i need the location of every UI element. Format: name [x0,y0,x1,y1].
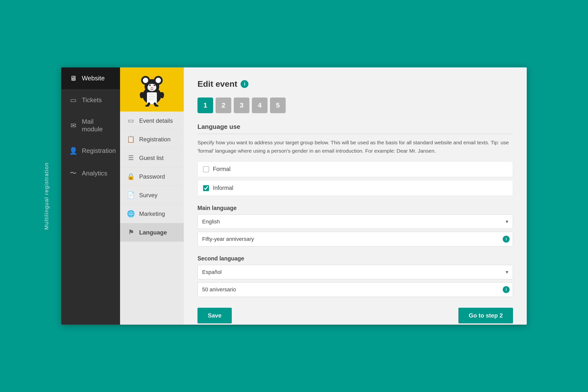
actions-row: Save Go to step 2 [198,308,513,324]
step-2[interactable]: 2 [216,98,231,113]
language-icon: ⚑ [127,228,135,236]
password-icon: 🔒 [127,173,135,180]
main-language-name-wrapper: i [198,232,513,246]
nav-label-event-details: Event details [139,117,173,124]
formal-checkbox[interactable] [203,166,209,172]
page-title: Edit event [198,79,237,89]
second-language-section: Second language Español Nederlands Deuts… [198,255,513,297]
svg-point-10 [154,84,155,86]
sidebar-item-analytics[interactable]: 〜 Analytics [61,162,120,185]
nav-language[interactable]: ⚑ Language [120,223,184,242]
sidebar-label-tickets: Tickets [82,96,102,104]
nav-event-details[interactable]: ▭ Event details [120,112,184,130]
steps-row: 1 2 3 4 5 [198,98,513,113]
save-button[interactable]: Save [198,308,232,324]
sidebar-label-mail: Mail module [82,118,112,133]
step-3[interactable]: 3 [234,98,250,113]
event-details-icon: ▭ [127,117,135,124]
nav-label-survey: Survey [139,192,158,199]
sidebar-label-website: Website [82,74,104,82]
nav-guest-list[interactable]: ☰ Guest list [120,149,184,167]
sidebar-label-analytics: Analytics [82,170,107,177]
registration-icon: 👤 [69,147,78,155]
website-icon: 🖥 [69,74,78,82]
sidebar-item-tickets[interactable]: ▭ Tickets [61,89,120,111]
sidebar-item-mail-module[interactable]: ✉ Mail module [61,111,120,140]
sidebar-label-registration: Registration [82,147,116,154]
main-language-select-wrapper: English Nederlands Deutsch Français ▼ [198,214,513,229]
main-language-name-input[interactable] [198,232,513,246]
second-language-select[interactable]: Español Nederlands Deutsch Français [198,265,513,279]
mascot-image [135,72,169,106]
page-header: Edit event i [198,79,513,89]
main-language-section: Main language English Nederlands Deutsch… [198,205,513,246]
title-info-icon[interactable]: i [240,80,248,88]
svg-point-3 [143,78,148,83]
marketing-icon: 🌐 [127,210,135,218]
nav-registration[interactable]: 📋 Registration [120,130,184,149]
survey-icon: 📄 [127,191,135,199]
next-step-button[interactable]: Go to step 2 [458,308,513,324]
primary-sidebar: 🖥 Website ▭ Tickets ✉ Mail module 👤 Regi… [61,68,120,324]
nav-password[interactable]: 🔒 Password [120,167,184,186]
logo-area [120,68,184,112]
main-language-info-icon[interactable]: i [503,236,510,242]
nav-label-registration: Registration [139,136,170,143]
secondary-sidebar: ▭ Event details 📋 Registration ☰ Guest l… [120,68,184,324]
analytics-icon: 〜 [69,168,78,178]
svg-point-11 [151,87,153,88]
section-title: Language use [198,123,513,134]
nav-survey[interactable]: 📄 Survey [120,186,184,204]
nav-label-password: Password [139,173,165,180]
watermark-text: Multilingual registration [43,162,50,230]
step-5[interactable]: 5 [270,98,286,113]
second-language-info-icon[interactable]: i [503,286,510,293]
sidebar-item-registration[interactable]: 👤 Registration [61,140,120,162]
nav-label-marketing: Marketing [139,210,165,217]
second-language-name-input[interactable] [198,282,513,297]
description-text: Specify how you want to address your tar… [198,138,513,155]
second-language-name-wrapper: i [198,282,513,297]
main-language-select[interactable]: English Nederlands Deutsch Français [198,214,513,229]
sidebar-item-website[interactable]: 🖥 Website [61,68,120,89]
nav-marketing[interactable]: 🌐 Marketing [120,204,184,223]
registration-nav-icon: 📋 [127,136,135,143]
svg-point-9 [149,84,151,86]
main-content: Edit event i 1 2 3 4 5 Language use Spec… [184,68,527,324]
informal-label: Informal [213,185,233,191]
main-language-label: Main language [198,205,513,212]
svg-point-5 [156,78,161,83]
second-language-select-wrapper: Español Nederlands Deutsch Français ▼ [198,265,513,279]
guest-list-icon: ☰ [127,154,135,162]
step-4[interactable]: 4 [252,98,268,113]
informal-checkbox[interactable] [203,185,209,191]
main-container: 🖥 Website ▭ Tickets ✉ Mail module 👤 Regi… [61,68,527,324]
nav-label-guest-list: Guest list [139,154,164,162]
informal-checkbox-row[interactable]: Informal [198,180,513,196]
tickets-icon: ▭ [69,96,78,104]
second-language-label: Second language [198,255,513,262]
mail-icon: ✉ [69,122,78,130]
nav-label-language: Language [139,229,167,236]
step-1[interactable]: 1 [198,98,213,113]
formal-label: Formal [213,166,230,172]
formal-checkbox-row[interactable]: Formal [198,161,513,177]
